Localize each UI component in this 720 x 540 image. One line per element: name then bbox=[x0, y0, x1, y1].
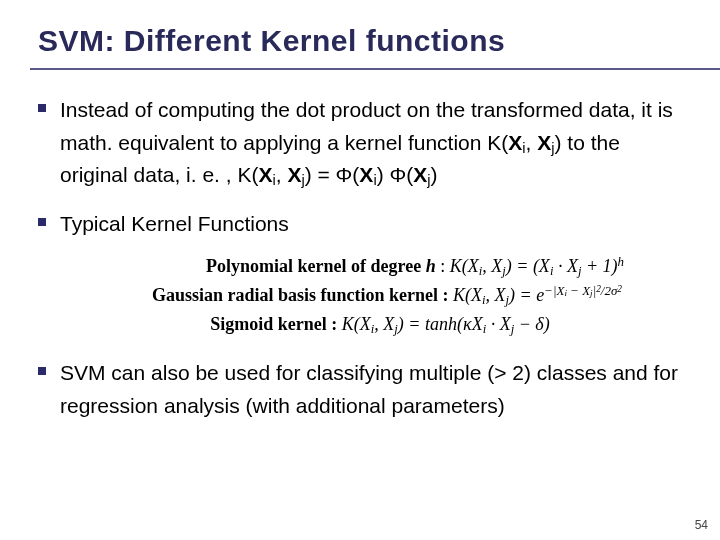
text-fragment: ) Φ( bbox=[377, 163, 414, 186]
sup-2: 2 bbox=[617, 284, 622, 294]
var-x: X bbox=[537, 131, 551, 154]
slide-content: Instead of computing the dot product on … bbox=[38, 94, 682, 422]
gauss-kernel-row: Gaussian radial basis function kernel : … bbox=[38, 285, 682, 306]
bullet-text-2: Typical Kernel Functions bbox=[60, 208, 289, 241]
poly-kernel-formula: K(Xi, Xj) = (Xi · Xj + 1)h bbox=[450, 256, 624, 276]
text-fragment: , X bbox=[374, 314, 394, 334]
var-h: h bbox=[426, 256, 436, 276]
text-fragment: − X bbox=[567, 283, 590, 298]
page-number: 54 bbox=[695, 518, 708, 532]
sub-j: j bbox=[511, 322, 515, 336]
bullet-square-icon bbox=[38, 218, 46, 226]
text-fragment: , X bbox=[482, 256, 502, 276]
sub-i: i bbox=[550, 264, 554, 278]
text-fragment: ) = (X bbox=[506, 256, 550, 276]
text-fragment: −|X bbox=[544, 283, 564, 298]
sub-i: i bbox=[272, 172, 275, 188]
text-fragment: − δ) bbox=[514, 314, 550, 334]
slide: SVM: Different Kernel functions Instead … bbox=[0, 0, 720, 540]
sub-i: i bbox=[483, 322, 487, 336]
sub-i: i bbox=[564, 288, 567, 298]
sup-h: h bbox=[618, 254, 624, 269]
sub-i: i bbox=[373, 172, 376, 188]
sub-j: j bbox=[578, 264, 582, 278]
text-fragment: Polynomial kernel of degree bbox=[206, 256, 426, 276]
text-fragment: · X bbox=[486, 314, 511, 334]
text-fragment: K(X bbox=[453, 285, 482, 305]
sub-j: j bbox=[590, 288, 593, 298]
var-x: X bbox=[508, 131, 522, 154]
text-fragment: + 1) bbox=[581, 256, 617, 276]
sub-i: i bbox=[482, 293, 486, 307]
sub-j: j bbox=[506, 293, 510, 307]
text-fragment: /2σ bbox=[601, 283, 617, 298]
sub-j: j bbox=[394, 322, 398, 336]
text-fragment: ) = tanh(κX bbox=[398, 314, 483, 334]
slide-title: SVM: Different Kernel functions bbox=[38, 24, 682, 58]
sigmoid-kernel-label: Sigmoid kernel : bbox=[210, 314, 342, 334]
poly-kernel-label: Polynomial kernel of degree h bbox=[206, 256, 436, 276]
bullet-item-1: Instead of computing the dot product on … bbox=[38, 94, 682, 192]
bullet-square-icon bbox=[38, 104, 46, 112]
sub-i: i bbox=[522, 140, 525, 156]
var-x: X bbox=[413, 163, 427, 186]
title-underline bbox=[30, 68, 720, 70]
kernel-equations: Polynomial kernel of degree h : K(Xi, Xj… bbox=[38, 256, 682, 335]
gauss-kernel-label: Gaussian radial basis function kernel : bbox=[152, 285, 453, 305]
sup-2: 2 bbox=[596, 284, 601, 294]
text-fragment: K(X bbox=[450, 256, 479, 276]
gauss-exponent: −|Xi − Xj|2/2σ2 bbox=[544, 283, 622, 298]
var-x: X bbox=[258, 163, 272, 186]
sub-i: i bbox=[371, 322, 375, 336]
sub-j: j bbox=[427, 172, 430, 188]
text-fragment: , X bbox=[486, 285, 506, 305]
var-x: X bbox=[359, 163, 373, 186]
text-fragment: : bbox=[436, 256, 450, 276]
text-fragment: K(X bbox=[342, 314, 371, 334]
sub-j: j bbox=[551, 140, 554, 156]
var-x: X bbox=[287, 163, 301, 186]
sub-j: j bbox=[301, 172, 304, 188]
sub-i: i bbox=[479, 264, 483, 278]
gauss-kernel-formula: K(Xi, Xj) = e−|Xi − Xj|2/2σ2 bbox=[453, 285, 622, 305]
poly-kernel-row: Polynomial kernel of degree h : K(Xi, Xj… bbox=[38, 256, 682, 277]
sigmoid-kernel-row: Sigmoid kernel : K(Xi, Xj) = tanh(κXi · … bbox=[38, 314, 682, 335]
bullet-text-1: Instead of computing the dot product on … bbox=[60, 94, 682, 192]
sigmoid-kernel-formula: K(Xi, Xj) = tanh(κXi · Xj − δ) bbox=[342, 314, 550, 334]
text-fragment: · X bbox=[553, 256, 578, 276]
text-fragment: ) = Φ( bbox=[305, 163, 360, 186]
sub-j: j bbox=[502, 264, 506, 278]
bullet-text-3: SVM can also be used for classifying mul… bbox=[60, 357, 682, 422]
bullet-item-3: SVM can also be used for classifying mul… bbox=[38, 357, 682, 422]
text-fragment: ) = e bbox=[509, 285, 544, 305]
text-fragment: , bbox=[526, 131, 538, 154]
text-fragment: ) bbox=[431, 163, 438, 186]
text-fragment: , bbox=[276, 163, 288, 186]
bullet-item-2: Typical Kernel Functions bbox=[38, 208, 682, 241]
bullet-square-icon bbox=[38, 367, 46, 375]
